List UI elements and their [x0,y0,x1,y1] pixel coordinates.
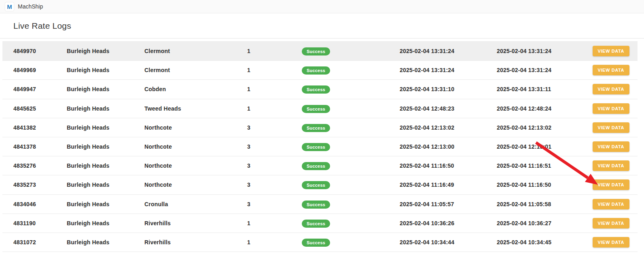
cell-destination: Northcote [144,181,247,188]
machship-logo-icon[interactable]: M [5,2,14,11]
cell-destination: Riverhills [144,239,247,245]
cell-origin: Burleigh Heads [67,105,144,112]
cell-time-requested: 2025-02-04 13:31:24 [400,48,497,54]
action-cell: VIEW DATA [593,179,630,190]
status-cell: Success [302,201,400,207]
cell-origin: Burleigh Heads [67,181,144,188]
cell-log-id: 4831072 [13,239,67,245]
action-cell: VIEW DATA [593,237,630,248]
cell-origin: Burleigh Heads [67,48,144,54]
status-badge: Success [302,66,330,75]
cell-origin: Burleigh Heads [67,201,144,207]
cell-destination: Tweed Heads [144,105,247,112]
table-row: 4831072 Burleigh Heads Riverhills 1 Succ… [2,233,638,252]
cell-time-requested: 2025-02-04 13:31:10 [400,86,497,92]
cell-log-id: 4849969 [13,67,67,73]
cell-time-completed: 2025-02-04 11:16:50 [497,181,591,188]
view-data-button[interactable]: VIEW DATA [593,46,630,56]
cell-log-id: 4831190 [13,220,67,226]
cell-log-id: 4849947 [13,86,67,92]
table-row: 4849947 Burleigh Heads Cobden 1 Success … [2,80,638,99]
cell-time-completed: 2025-02-04 10:36:27 [497,220,591,226]
status-cell: Success [302,220,400,226]
page-title: Live Rate Logs [13,21,71,31]
action-cell: VIEW DATA [593,141,630,152]
view-data-button[interactable]: VIEW DATA [593,237,630,248]
cell-origin: Burleigh Heads [67,124,144,131]
cell-log-id: 4841382 [13,124,67,131]
cell-origin: Burleigh Heads [67,239,144,245]
cell-time-requested: 2025-02-04 11:05:57 [400,201,497,207]
table-row: 4835273 Burleigh Heads Northcote 3 Succe… [2,175,638,194]
status-cell: Success [302,67,400,73]
cell-destination: Northcote [144,124,247,131]
cell-count: 3 [247,143,302,150]
view-data-button[interactable]: VIEW DATA [593,65,630,75]
view-data-button[interactable]: VIEW DATA [593,84,630,94]
view-data-button[interactable]: VIEW DATA [593,199,630,209]
status-cell: Success [302,86,400,92]
cell-time-completed: 2025-02-04 12:13:02 [497,124,591,131]
status-badge: Success [302,201,330,209]
brand-name[interactable]: MachShip [18,3,43,10]
status-badge: Success [302,181,330,189]
table-row: 4849969 Burleigh Heads Clermont 1 Succes… [2,61,638,80]
status-cell: Success [302,162,400,169]
cell-time-requested: 2025-02-04 10:36:26 [400,220,497,226]
view-data-button[interactable]: VIEW DATA [593,141,630,152]
cell-destination: Cronulla [144,201,247,207]
cell-count: 1 [247,86,302,92]
view-data-button[interactable]: VIEW DATA [593,122,630,133]
action-cell: VIEW DATA [593,46,630,56]
cell-destination: Cobden [144,86,247,92]
live-rate-logs-table: 4849970 Burleigh Heads Clermont 1 Succes… [2,41,638,252]
action-cell: VIEW DATA [593,218,630,228]
table-row: 4845625 Burleigh Heads Tweed Heads 1 Suc… [2,99,638,118]
action-cell: VIEW DATA [593,65,630,75]
status-badge: Success [302,85,330,94]
cell-destination: Riverhills [144,220,247,226]
cell-log-id: 4834046 [13,201,67,207]
cell-time-requested: 2025-02-04 11:16:49 [400,181,497,188]
table-row: 4841382 Burleigh Heads Northcote 3 Succe… [2,118,638,137]
cell-count: 1 [247,220,302,226]
cell-time-requested: 2025-02-04 12:13:02 [400,124,497,131]
cell-log-id: 4835273 [13,181,67,188]
action-cell: VIEW DATA [593,122,630,133]
cell-count: 1 [247,105,302,112]
cell-destination: Northcote [144,143,247,150]
cell-count: 1 [247,239,302,245]
action-cell: VIEW DATA [593,199,630,209]
cell-log-id: 4841378 [13,143,67,150]
status-badge: Success [302,220,330,228]
cell-log-id: 4849970 [13,48,67,54]
status-badge: Success [302,162,330,170]
cell-time-requested: 2025-02-04 10:34:44 [400,239,497,245]
action-cell: VIEW DATA [593,160,630,171]
table-row: 4831190 Burleigh Heads Riverhills 1 Succ… [2,214,638,233]
view-data-button[interactable]: VIEW DATA [593,218,630,228]
status-cell: Success [302,181,400,188]
table-row: 4841378 Burleigh Heads Northcote 3 Succe… [2,137,638,156]
status-cell: Success [302,124,400,131]
cell-time-completed: 2025-02-04 10:34:45 [497,239,591,245]
cell-time-requested: 2025-02-04 12:13:00 [400,143,497,150]
view-data-button[interactable]: VIEW DATA [593,160,630,171]
table-row: 4834046 Burleigh Heads Cronulla 3 Succes… [2,195,638,214]
status-cell: Success [302,143,400,150]
cell-time-completed: 2025-02-04 11:16:51 [497,162,591,169]
cell-time-completed: 2025-02-04 12:13:01 [497,143,591,150]
status-cell: Success [302,239,400,245]
cell-destination: Clermont [144,67,247,73]
cell-count: 3 [247,162,302,169]
cell-count: 3 [247,124,302,131]
cell-time-completed: 2025-02-04 13:31:11 [497,86,591,92]
status-badge: Success [302,239,330,247]
action-cell: VIEW DATA [593,103,630,114]
view-data-button[interactable]: VIEW DATA [593,179,630,190]
view-data-button[interactable]: VIEW DATA [593,103,630,114]
cell-log-id: 4835276 [13,162,67,169]
cell-time-requested: 2025-02-04 12:48:23 [400,105,497,112]
cell-origin: Burleigh Heads [67,86,144,92]
cell-origin: Burleigh Heads [67,162,144,169]
